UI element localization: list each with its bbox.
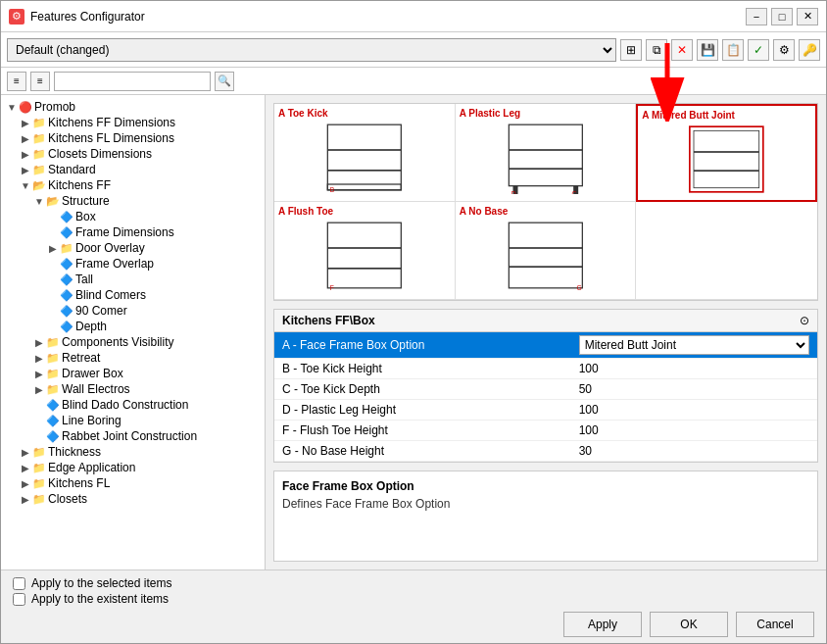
expand-cl[interactable]: ▶ [19,494,32,505]
config-row-no-base[interactable]: G - No Base Height 30 [274,441,817,462]
expand-kff[interactable]: ▼ [19,180,32,191]
check-existent[interactable] [13,593,25,606]
expand-promob[interactable]: ▼ [5,102,19,113]
expand-ret[interactable]: ▶ [32,353,46,364]
label-kfl: Kitchens FL [48,476,110,490]
tree-item-blind-comers[interactable]: 🔷 Blind Comers [1,287,265,303]
preview-mitered[interactable]: A Mitered Butt Joint [636,104,817,202]
expand-do[interactable]: ▶ [46,243,60,254]
tb-btn-2[interactable]: ⧉ [646,39,667,61]
expand-cv[interactable]: ▶ [32,337,46,348]
expand-std[interactable]: ▶ [19,165,32,175]
expand-struct[interactable]: ▼ [32,196,46,207]
checkbox-existent-items[interactable]: Apply to the existent items [13,592,814,606]
tree-item-frame-overlap[interactable]: 🔷 Frame Overlap [1,256,265,272]
tb-btn-key[interactable]: 🔑 [799,39,820,61]
label-flush-toe: A Flush Toe [278,206,333,217]
icon-kff: 📂 [32,179,46,192]
expand-th[interactable]: ▶ [19,447,32,458]
svg-text:G: G [576,284,581,291]
tb-btn-save2[interactable]: 📋 [722,39,744,61]
tree-item-90comer[interactable]: 🔷 90 Comer [1,303,265,319]
label-box: Box [75,210,96,223]
tree-item-box[interactable]: 🔷 Box [1,209,265,224]
tree-item-blind-dado[interactable]: 🔷 Blind Dado Construction [1,397,265,413]
preview-flush-toe[interactable]: A Flush Toe F [274,202,456,300]
description-panel: Face Frame Box Option Defines Face Frame… [273,471,818,562]
label-tall: Tall [75,272,93,286]
config-row-toe-kick-h[interactable]: B - Toe Kick Height 100 [274,359,817,379]
config-value-toe-kick-h: 100 [571,359,817,379]
config-select[interactable]: Default (changed) [7,38,616,62]
tree-item-standard[interactable]: ▶ 📁 Standard [1,162,265,177]
tree-item-kitchens-ff-dim[interactable]: ▶ 📁 Kitchens FF Dimensions [1,115,265,130]
tree-item-drawer-box[interactable]: ▶ 📁 Drawer Box [1,366,265,381]
tree-item-tall[interactable]: 🔷 Tall [1,272,265,287]
tree-item-edge-app[interactable]: ▶ 📁 Edge Application [1,460,265,475]
expand-db[interactable]: ▶ [32,369,46,379]
tree-item-depth[interactable]: 🔷 Depth [1,319,265,334]
tree-item-promob[interactable]: ▼ 🔴 Promob [1,99,265,115]
checkbox-selected-items[interactable]: Apply to the selected items [13,576,814,590]
sec-btn-2[interactable]: ≡ [30,72,50,91]
sec-btn-1[interactable]: ≡ [7,72,26,91]
label-th: Thickness [48,445,101,459]
tree-item-kitchens-fl[interactable]: ▶ 📁 Kitchens FL [1,475,265,491]
icon-db: 📁 [46,368,60,380]
config-row-face-frame[interactable]: A - Face Frame Box Option Mitered Butt J… [274,332,817,359]
icon-std: 📁 [32,164,46,176]
config-collapse-button[interactable]: ⊙ [800,314,809,327]
icon-cv: 📁 [46,336,60,349]
toolbar: Default (changed) ⊞ ⧉ ✕ 💾 📋 ✓ ⚙ 🔑 [1,32,826,68]
tree-item-structure[interactable]: ▼ 📂 Structure [1,193,265,209]
expand-kffd[interactable]: ▶ [19,118,32,128]
tree-item-closets-dim[interactable]: ▶ 📁 Closets Dimensions [1,146,265,162]
maximize-button[interactable]: □ [771,8,793,25]
ok-button[interactable]: OK [650,612,728,637]
config-value-face-frame[interactable]: Mitered Butt Joint [571,332,817,359]
close-button[interactable]: ✕ [797,8,818,25]
tree-item-closets[interactable]: ▶ 📁 Closets [1,491,265,507]
cancel-button[interactable]: Cancel [736,612,814,637]
tree-item-kitchens-ff[interactable]: ▼ 📂 Kitchens FF [1,177,265,193]
tree-item-kitchens-fl-dim[interactable]: ▶ 📁 Kitchens FL Dimensions [1,130,265,146]
tb-btn-1[interactable]: ⊞ [620,39,642,61]
label-kff: Kitchens FF [48,178,111,192]
tree-item-door-overlay[interactable]: ▶ 📁 Door Overlay [1,240,265,256]
apply-button[interactable]: Apply [563,612,642,637]
preview-no-base[interactable]: A No Base G [456,202,637,300]
search-input[interactable] [54,72,211,91]
tb-btn-delete[interactable]: ✕ [671,39,693,61]
tree-item-comp-vis[interactable]: ▶ 📁 Components Visibility [1,334,265,350]
minimize-button[interactable]: − [746,8,767,25]
config-row-flush-toe[interactable]: F - Flush Toe Height 100 [274,421,817,441]
tree-item-thickness[interactable]: ▶ 📁 Thickness [1,444,265,460]
tree-item-frame-dim[interactable]: 🔷 Frame Dimensions [1,224,265,240]
face-frame-select[interactable]: Mitered Butt Joint [579,335,809,355]
search-button[interactable]: 🔍 [215,72,234,91]
svg-rect-14 [690,126,763,192]
label-90c: 90 Comer [75,304,127,318]
check-selected[interactable] [13,577,25,590]
label-kfld: Kitchens FL Dimensions [48,131,174,145]
icon-ret: 📁 [46,352,60,365]
window-title: Features Configurator [30,10,145,24]
tree-item-wall-electros[interactable]: ▶ 📁 Wall Electros [1,381,265,397]
tree-item-line-boring[interactable]: 🔷 Line Boring [1,413,265,428]
tree-item-retreat[interactable]: ▶ 📁 Retreat [1,350,265,366]
preview-toe-kick[interactable]: A Toe Kick B [274,104,456,202]
expand-we[interactable]: ▶ [32,384,46,395]
expand-kfld[interactable]: ▶ [19,133,32,144]
tb-btn-save[interactable]: 💾 [697,39,718,61]
tb-btn-settings[interactable]: ⚙ [773,39,795,61]
preview-plastic-leg[interactable]: A Plastic Leg D C [456,104,637,202]
config-row-plastic-leg[interactable]: D - Plastic Leg Height 100 [274,400,817,421]
config-row-toe-kick-d[interactable]: C - Toe Kick Depth 50 [274,379,817,400]
expand-kfl[interactable]: ▶ [19,478,32,489]
expand-cd[interactable]: ▶ [19,149,32,160]
tb-btn-green[interactable]: ✓ [748,39,769,61]
expand-ea[interactable]: ▶ [19,463,32,473]
config-value-flush-toe: 100 [571,421,817,441]
config-value-toe-kick-d: 50 [571,379,817,400]
tree-item-rabbet[interactable]: 🔷 Rabbet Joint Construction [1,428,265,444]
